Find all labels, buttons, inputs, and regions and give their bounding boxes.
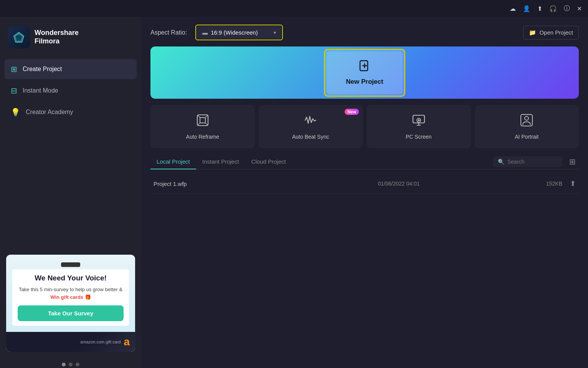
sidebar-nav: ⊞ Create Project ⊟ Instant Mode 💡 Creato… bbox=[0, 59, 141, 122]
ai-portrait-icon bbox=[520, 113, 533, 130]
promo-card-inner: We Need Your Voice! Take this 5 min-surv… bbox=[12, 269, 129, 326]
cloud-icon[interactable]: ☁ bbox=[510, 5, 516, 12]
user-icon[interactable]: 👤 bbox=[523, 5, 530, 12]
screen-icon: ▬ bbox=[202, 30, 208, 36]
projects-section: Local Project Instant Project Cloud Proj… bbox=[150, 154, 579, 360]
promo-subtitle: Take this 5 min-survey to help us grow b… bbox=[18, 286, 124, 301]
sidebar: Wondershare Filmora ⊞ Create Project ⊟ I… bbox=[0, 17, 141, 368]
pc-screen-icon bbox=[412, 113, 426, 130]
instant-mode-icon: ⊟ bbox=[11, 86, 17, 95]
upload-icon[interactable]: ⬆ bbox=[570, 179, 576, 188]
aspect-ratio-label: Aspect Ratio: bbox=[150, 29, 187, 36]
app-logo: Wondershare Filmora bbox=[0, 17, 141, 59]
new-project-button-wrapper: New Project bbox=[324, 49, 405, 97]
promo-amazon-text: amazon.com gift card bbox=[80, 340, 121, 344]
quick-action-ai-portrait[interactable]: AI Portrait bbox=[475, 105, 579, 148]
quick-action-pc-screen[interactable]: PC Screen bbox=[367, 105, 471, 148]
sidebar-item-label-creator-academy: Creator Academy bbox=[26, 109, 73, 116]
svg-rect-7 bbox=[200, 118, 205, 123]
tab-instant-project[interactable]: Instant Project bbox=[196, 154, 245, 169]
logo-title-line2: Filmora bbox=[35, 37, 79, 46]
aspect-ratio-dropdown-wrapper: ▬ 16:9 (Widescreen) ▾ bbox=[195, 25, 283, 40]
promo-dot-1[interactable] bbox=[62, 363, 66, 366]
logo-icon bbox=[8, 26, 30, 48]
projects-tabs: Local Project Instant Project Cloud Proj… bbox=[150, 154, 579, 169]
chevron-down-icon: ▾ bbox=[274, 30, 276, 35]
quick-action-auto-reframe[interactable]: Auto Reframe bbox=[150, 105, 255, 148]
promo-carousel-dots bbox=[0, 360, 141, 368]
create-project-icon: ⊞ bbox=[11, 65, 17, 74]
project-name: Project 1.wfp bbox=[154, 181, 317, 187]
project-date: 01/06/2022 04:01 bbox=[317, 181, 481, 187]
aspect-ratio-dropdown[interactable]: ▬ 16:9 (Widescreen) ▾ bbox=[197, 26, 281, 39]
promo-amazon-logo: a bbox=[124, 336, 130, 348]
grid-view-button[interactable]: ⊞ bbox=[566, 156, 579, 168]
new-project-label: New Project bbox=[346, 78, 383, 86]
project-size: 152KB bbox=[481, 181, 562, 187]
main-content: Aspect Ratio: ▬ 16:9 (Widescreen) ▾ 📁 Op… bbox=[141, 17, 588, 368]
new-badge: New bbox=[345, 109, 359, 115]
sidebar-item-create-project[interactable]: ⊞ Create Project bbox=[5, 59, 137, 79]
open-project-button[interactable]: 📁 Open Project bbox=[523, 26, 579, 40]
tab-cloud-project[interactable]: Cloud Project bbox=[245, 154, 292, 169]
upload-icon[interactable]: ⬆ bbox=[537, 5, 542, 12]
tab-local-project[interactable]: Local Project bbox=[150, 154, 196, 169]
app-body: Wondershare Filmora ⊞ Create Project ⊟ I… bbox=[0, 17, 588, 368]
titlebar: ☁ 👤 ⬆ 🎧 ⓘ ✕ bbox=[0, 0, 588, 17]
search-input[interactable] bbox=[507, 159, 553, 165]
promo-dot-3[interactable] bbox=[76, 363, 79, 366]
new-project-icon bbox=[358, 60, 371, 75]
quick-actions-grid: Auto Reframe New Auto Beat Sync bbox=[150, 105, 579, 148]
auto-reframe-icon bbox=[196, 113, 210, 130]
creator-academy-icon: 💡 bbox=[11, 108, 20, 117]
promo-subtitle-text: Take this 5 min-survey to help us grow b… bbox=[19, 287, 122, 292]
new-project-svg bbox=[358, 60, 371, 72]
open-project-label: Open Project bbox=[539, 29, 573, 36]
promo-top: We Need Your Voice! Take this 5 min-surv… bbox=[6, 255, 135, 332]
quick-action-auto-beat-sync[interactable]: New Auto Beat Sync bbox=[259, 105, 363, 148]
close-icon[interactable]: ✕ bbox=[577, 5, 582, 12]
pc-screen-label: PC Screen bbox=[406, 134, 432, 140]
info-icon[interactable]: ⓘ bbox=[564, 5, 570, 13]
promo-card: We Need Your Voice! Take this 5 min-surv… bbox=[6, 255, 135, 352]
svg-rect-12 bbox=[413, 115, 424, 123]
ai-portrait-label: AI Portrait bbox=[515, 134, 538, 140]
logo-diamond-svg bbox=[13, 31, 25, 43]
promo-win-text: Win gift cards 🎁 bbox=[50, 294, 91, 300]
logo-text: Wondershare Filmora bbox=[35, 29, 79, 45]
sidebar-item-creator-academy[interactable]: 💡 Creator Academy bbox=[5, 102, 137, 122]
new-project-button[interactable]: New Project bbox=[327, 51, 402, 94]
hero-banner: New Project bbox=[150, 46, 579, 99]
promo-amazon: amazon.com gift card a bbox=[6, 332, 135, 352]
auto-beat-sync-label: Auto Beat Sync bbox=[292, 134, 329, 140]
auto-beat-sync-icon bbox=[304, 113, 317, 130]
folder-icon: 📁 bbox=[529, 29, 536, 36]
aspect-ratio-value: 16:9 (Widescreen) bbox=[211, 29, 271, 36]
promo-title: We Need Your Voice! bbox=[18, 274, 124, 283]
project-list: Project 1.wfp 01/06/2022 04:01 152KB ⬆ bbox=[150, 174, 579, 194]
logo-title-line1: Wondershare bbox=[35, 29, 79, 37]
sidebar-item-label-instant-mode: Instant Mode bbox=[23, 87, 58, 94]
sidebar-item-instant-mode[interactable]: ⊟ Instant Mode bbox=[5, 81, 137, 101]
aspect-ratio-bar: Aspect Ratio: ▬ 16:9 (Widescreen) ▾ 📁 Op… bbox=[150, 25, 579, 40]
promo-clipboard-decoration bbox=[61, 262, 80, 267]
promo-dot-2[interactable] bbox=[69, 363, 73, 366]
promo-survey-button[interactable]: Take Our Survey bbox=[18, 305, 124, 321]
auto-reframe-label: Auto Reframe bbox=[186, 134, 219, 140]
svg-point-18 bbox=[525, 116, 529, 120]
aspect-ratio-group: Aspect Ratio: ▬ 16:9 (Widescreen) ▾ bbox=[150, 25, 283, 40]
sidebar-item-label-create-project: Create Project bbox=[23, 66, 62, 73]
table-row[interactable]: Project 1.wfp 01/06/2022 04:01 152KB ⬆ bbox=[150, 174, 579, 194]
headphones-icon[interactable]: 🎧 bbox=[549, 5, 557, 12]
search-icon: 🔍 bbox=[498, 159, 504, 165]
projects-search-box[interactable]: 🔍 bbox=[493, 156, 562, 167]
